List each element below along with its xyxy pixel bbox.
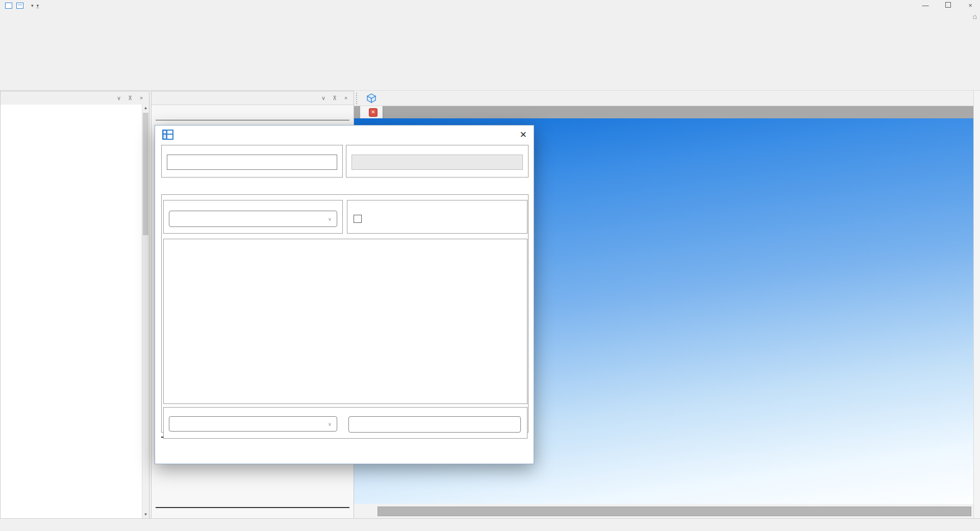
- status-bar: [0, 518, 980, 531]
- material-group: ∨: [163, 407, 527, 439]
- close-icon[interactable]: ×: [342, 95, 349, 101]
- wall-dialog-icon: [162, 130, 173, 140]
- horizontal-scrollbar[interactable]: [378, 507, 971, 516]
- close-icon[interactable]: ×: [138, 95, 145, 101]
- document-tab[interactable]: ✕: [360, 106, 383, 118]
- shell-heat-group: [347, 200, 527, 234]
- thermal-params-group: [163, 239, 527, 404]
- view-toolbar: [354, 91, 973, 106]
- scroll-down-icon[interactable]: ▼: [142, 511, 149, 518]
- project-panel: ∨ ⊼ × ▲ ▼: [0, 91, 149, 519]
- scrollbar-thumb[interactable]: [143, 113, 148, 235]
- adjacent-region-group: [346, 145, 529, 178]
- close-button[interactable]: ×: [966, 0, 975, 11]
- pin-icon[interactable]: ⊼: [127, 95, 134, 102]
- shell-heat-option[interactable]: [354, 215, 365, 223]
- divider: [156, 507, 349, 508]
- thermal-condition-group: ∨: [163, 200, 343, 234]
- toolbar-customize-icon[interactable]: ▾̲: [37, 3, 39, 8]
- chevron-down-icon: ∨: [328, 216, 332, 222]
- thermal-condition-select[interactable]: ∨: [169, 211, 337, 227]
- edit-material-button[interactable]: [348, 416, 521, 433]
- toolbar-drag-handle[interactable]: [356, 93, 360, 104]
- project-tree: [1, 105, 142, 518]
- right-scrollbar-gutter[interactable]: [973, 91, 980, 519]
- boundary-name-group: [161, 145, 343, 178]
- menu-bar: [0, 11, 980, 29]
- boundary-name-input[interactable]: [167, 155, 337, 170]
- divider: [156, 120, 349, 120]
- chevron-down-icon[interactable]: ∨: [320, 95, 327, 102]
- viewport-bottom-bar: [354, 504, 973, 519]
- chevron-down-icon: ∨: [328, 421, 332, 427]
- new-window-icon[interactable]: [5, 3, 12, 9]
- tree-scrollbar[interactable]: ▲ ▼: [142, 105, 149, 518]
- application-window: ▾ ▾̲ — × ⌂ ∨ ⊼ × ▲ ▼ ∨ ⊼ ×: [0, 0, 980, 531]
- adjacent-region-input[interactable]: [351, 155, 523, 170]
- bc-panel-header: ∨ ⊼ ×: [152, 91, 354, 105]
- project-panel-header: ∨ ⊼ ×: [1, 91, 149, 105]
- save-icon[interactable]: [16, 3, 23, 9]
- scroll-up-icon[interactable]: ▲: [142, 105, 149, 112]
- ribbon-toolbar: [0, 29, 980, 91]
- document-tab-bar: ✕: [354, 106, 973, 118]
- pin-icon[interactable]: ⊼: [331, 95, 338, 102]
- minimize-button[interactable]: —: [921, 0, 930, 11]
- title-bar: ▾ ▾̲ — ×: [0, 0, 980, 11]
- home-icon[interactable]: ⌂: [973, 12, 977, 20]
- dialog-title-bar: ×: [155, 125, 534, 144]
- shell-heat-checkbox[interactable]: [354, 215, 362, 223]
- dialog-close-icon[interactable]: ×: [520, 129, 526, 140]
- wall-dialog: × ∨: [155, 125, 534, 464]
- tab-close-icon[interactable]: ✕: [369, 108, 378, 117]
- chevron-down-icon[interactable]: ∨: [115, 95, 122, 102]
- maximize-button[interactable]: [943, 0, 952, 11]
- material-select[interactable]: ∨: [169, 416, 337, 432]
- window-menu-dropdown-icon[interactable]: ▾: [31, 3, 34, 8]
- isometric-view-icon[interactable]: [364, 92, 379, 105]
